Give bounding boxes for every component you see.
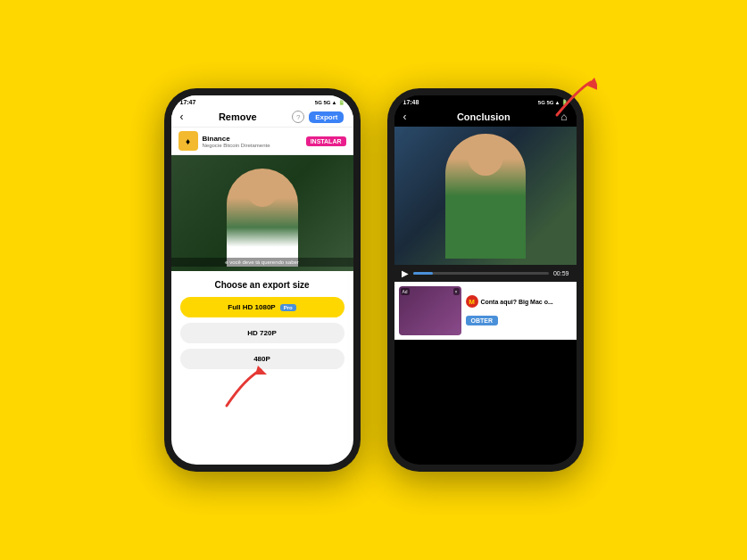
phone1-video-caption: e você deve tá querendo saber (171, 258, 353, 267)
phone1-status-bar: 17:47 5G 5G ▲ 🔋 (171, 95, 353, 107)
phone2-mcdonalds-row: M Conta aqui? Big Mac o... (466, 295, 572, 308)
phone1-ad-banner: ♦ Binance Negocie Bitcoin Diretamente IN… (171, 128, 353, 155)
phone1-nav-bar: ‹ Remove ? Export (171, 107, 353, 128)
progress-fill (413, 272, 434, 275)
phone2-video-person (445, 134, 526, 259)
play-button[interactable]: ▶ (402, 268, 409, 278)
phone1-help-button[interactable]: ? (292, 111, 304, 123)
progress-track[interactable] (413, 272, 549, 275)
phone2-back-button[interactable]: ‹ (403, 111, 407, 123)
phone1-ad-brand: Binance (203, 135, 302, 143)
phone1-option-fullhd[interactable]: Full HD 1080P Pro (180, 297, 344, 317)
phone1-video-person (227, 169, 298, 267)
binance-logo: ♦ (178, 131, 198, 151)
phone1-back-button[interactable]: ‹ (180, 111, 184, 123)
phone2-ad-info: M Conta aqui? Big Mac o... OBTER (466, 295, 572, 326)
phone2-ad-area: Ad × M Conta aqui? Big Mac o... OBTER (394, 282, 577, 340)
phone1-nav-title: Remove (219, 111, 257, 122)
mcdonalds-logo: M (466, 295, 478, 308)
phone2-nav-title: Conclusion (457, 111, 510, 122)
phone1-export-title: Choose an export size (180, 280, 344, 290)
phone1-wifi: ▲ (332, 100, 337, 105)
phone1-install-button[interactable]: INSTALAR (306, 136, 346, 146)
svg-marker-1 (587, 78, 597, 91)
phone2-video (394, 127, 577, 265)
phone1-ad-text: Binance Negocie Bitcoin Diretamente (203, 135, 302, 148)
phone1-notch (253, 88, 271, 92)
phone1-battery: 🔋 (338, 99, 344, 105)
phone1-video: e você deve tá querendo saber (171, 155, 353, 271)
phone2-arrow-indicator (548, 75, 597, 128)
svg-marker-0 (255, 366, 267, 375)
phone2-ad-badge-left: Ad (401, 288, 410, 295)
phone-1: 17:47 5G 5G ▲ 🔋 ‹ Remove ? Export (164, 88, 361, 472)
pro-badge: Pro (280, 304, 296, 311)
phone1-signal: 5G 5G ▲ 🔋 (315, 99, 344, 105)
phone2-obter-button[interactable]: OBTER (466, 316, 499, 325)
phone2-progress-bar: ▶ 00:59 (394, 265, 577, 282)
phone2-ad-thumb: Ad × (399, 286, 461, 335)
phone1-signal-text: 5G 5G (315, 100, 331, 105)
phone1-arrow-indicator (218, 361, 271, 418)
phone1-ad-subtitle: Negocie Bitcoin Diretamente (203, 143, 302, 148)
phones-container: 17:47 5G 5G ▲ 🔋 ‹ Remove ? Export (146, 70, 602, 490)
phone2-ad-text: Conta aqui? Big Mac o... (481, 299, 553, 305)
phone2-notch (477, 88, 494, 92)
phone1-time: 17:47 (180, 99, 196, 105)
phone2-time-display: 00:59 (553, 270, 569, 276)
phone1-option-720[interactable]: HD 720P (180, 323, 344, 343)
phone2-ad-badge-right: × (453, 288, 460, 295)
phone1-export-button[interactable]: Export (309, 111, 344, 123)
phone2-screen: 17:48 5G 5G ▲ 🔋 ‹ Conclusion ⌂ ▶ (394, 95, 577, 465)
phone2-time: 17:48 (403, 99, 419, 105)
phone-2: 17:48 5G 5G ▲ 🔋 ‹ Conclusion ⌂ ▶ (387, 88, 584, 472)
